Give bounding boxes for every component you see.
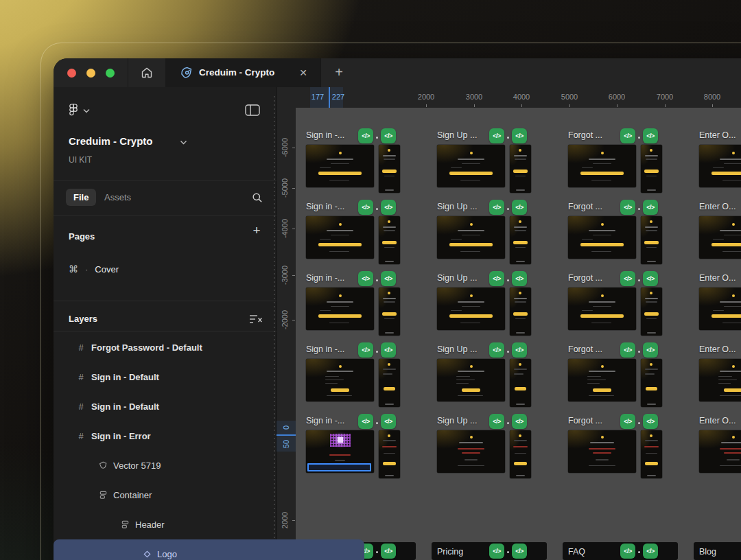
frame-mobile[interactable] — [641, 430, 662, 478]
frame-desktop[interactable] — [699, 288, 741, 330]
frame-title[interactable]: Sign Up ... — [437, 273, 477, 283]
frame-desktop[interactable] — [306, 145, 374, 187]
frame-desktop[interactable] — [568, 216, 636, 259]
frame-title[interactable]: Forgot ... — [568, 130, 602, 140]
frame-desktop[interactable] — [437, 288, 505, 330]
code-badge-icon[interactable]: </> — [512, 271, 527, 286]
layers-sort-icon[interactable] — [249, 314, 263, 325]
frame-mobile[interactable] — [379, 145, 400, 193]
frame-title[interactable]: Enter O... — [699, 202, 736, 211]
frame-title[interactable]: Enter O... — [699, 273, 736, 283]
frame-desktop[interactable] — [568, 359, 636, 401]
page-item-cover[interactable]: ⌘ · Cover — [69, 264, 119, 275]
frame-title[interactable]: Sign Up ... — [437, 130, 477, 140]
tab-file[interactable]: File — [66, 189, 96, 206]
code-badge-icon[interactable]: </> — [381, 200, 396, 215]
code-badge-icon[interactable]: </> — [620, 414, 635, 429]
document-title[interactable]: Creduim - Crypto — [69, 135, 153, 147]
frame-title[interactable]: Forgot ... — [568, 273, 602, 283]
frame-desktop[interactable] — [699, 430, 741, 473]
frame-title[interactable]: Forgot ... — [568, 416, 602, 425]
code-badge-icon[interactable]: </> — [489, 200, 504, 215]
code-badge-icon[interactable]: </> — [620, 271, 635, 286]
code-badge-icon[interactable]: </> — [512, 128, 527, 143]
code-badge-icon[interactable]: </> — [643, 200, 658, 215]
frame-mobile[interactable] — [510, 145, 531, 193]
code-badge-icon[interactable]: </> — [358, 128, 373, 143]
layer-row-forgot-password-default[interactable]: #Forgot Password - Default — [54, 333, 298, 362]
frame-title[interactable]: Enter O... — [699, 130, 736, 140]
code-badge-icon[interactable]: </> — [620, 128, 635, 143]
frame-desktop[interactable] — [306, 359, 374, 401]
frame-title[interactable]: Enter O... — [699, 416, 736, 425]
code-badge-icon[interactable]: </> — [358, 342, 373, 358]
frame-desktop[interactable] — [699, 145, 741, 187]
frame-mobile[interactable] — [641, 145, 662, 193]
frame-title[interactable]: Sign in -... — [306, 273, 344, 283]
frame-desktop[interactable] — [568, 145, 636, 187]
frame-mobile[interactable] — [510, 359, 531, 407]
traffic-light-close[interactable] — [67, 69, 76, 78]
frame-title[interactable]: Sign in -... — [306, 202, 344, 211]
code-badge-icon[interactable]: </> — [512, 200, 527, 215]
frame-title[interactable]: Blog — [699, 547, 716, 557]
frame-mobile[interactable] — [510, 288, 531, 336]
code-badge-icon[interactable]: </> — [381, 128, 396, 143]
tab-close-icon[interactable]: ✕ — [295, 58, 311, 87]
frame-mobile[interactable] — [379, 359, 400, 407]
chevron-down-icon[interactable] — [83, 108, 90, 113]
code-badge-icon[interactable]: </> — [643, 414, 658, 429]
code-badge-icon[interactable]: </> — [489, 544, 504, 559]
code-badge-icon[interactable]: </> — [620, 200, 635, 215]
code-badge-icon[interactable]: </> — [381, 271, 396, 286]
panel-toggle-icon[interactable] — [245, 104, 260, 116]
layer-row-vector-5719[interactable]: Vector 5719 — [54, 451, 320, 480]
frame-title[interactable]: Enter O... — [699, 345, 736, 354]
frame-desktop[interactable] — [306, 216, 374, 259]
frame-title[interactable]: FAQ — [568, 547, 585, 557]
code-badge-icon[interactable]: </> — [643, 128, 658, 143]
code-badge-icon[interactable]: </> — [620, 544, 635, 559]
frame-desktop[interactable] — [437, 359, 505, 401]
layer-row-sign-in-default[interactable]: #Sign in - Default — [54, 362, 298, 391]
frame-desktop[interactable] — [437, 216, 505, 259]
frame-mobile[interactable] — [379, 288, 400, 336]
layer-row-header[interactable]: Header — [54, 510, 342, 539]
search-icon[interactable] — [251, 191, 263, 204]
code-badge-icon[interactable]: </> — [620, 342, 635, 358]
tab-assets[interactable]: Assets — [104, 192, 131, 202]
frame-title[interactable]: Sign Up ... — [437, 416, 477, 425]
code-badge-icon[interactable]: </> — [489, 271, 504, 286]
code-badge-icon[interactable]: </> — [358, 200, 373, 215]
code-badge-icon[interactable]: </> — [489, 128, 504, 143]
code-badge-icon[interactable]: </> — [381, 342, 396, 358]
layer-row-sign-in-error[interactable]: #Sign in - Error — [54, 421, 298, 450]
frame-desktop[interactable] — [306, 288, 374, 330]
code-badge-icon[interactable]: </> — [381, 544, 396, 559]
frame-mobile[interactable] — [510, 216, 531, 264]
code-badge-icon[interactable]: </> — [489, 342, 504, 358]
frame-title[interactable]: Sign in -... — [306, 130, 344, 140]
frame-title[interactable]: Sign Up ... — [437, 202, 477, 211]
home-icon[interactable] — [140, 66, 154, 80]
code-badge-icon[interactable]: </> — [512, 414, 527, 429]
code-badge-icon[interactable]: </> — [643, 544, 658, 559]
layer-row-container[interactable]: Container — [54, 480, 320, 509]
frame-mobile[interactable] — [641, 288, 662, 336]
code-badge-icon[interactable]: </> — [489, 414, 504, 429]
layer-row-sign-in-default[interactable]: #Sign in - Default — [54, 392, 298, 421]
frame-mobile[interactable] — [641, 359, 662, 407]
frame-mobile[interactable] — [379, 216, 400, 264]
frame-title[interactable]: Forgot ... — [568, 202, 602, 211]
add-page-button[interactable]: + — [248, 222, 265, 239]
frame-desktop[interactable] — [437, 145, 505, 187]
chevron-down-icon[interactable] — [180, 140, 187, 145]
frame-title[interactable]: Sign in -... — [306, 416, 344, 425]
frame-title[interactable]: Forgot ... — [568, 345, 602, 354]
frame-mobile[interactable] — [379, 430, 400, 478]
frame-title[interactable]: Sign Up ... — [437, 345, 477, 354]
frame-desktop[interactable] — [437, 430, 505, 473]
frame-desktop[interactable] — [568, 288, 636, 330]
code-badge-icon[interactable]: </> — [643, 271, 658, 286]
new-tab-button[interactable]: + — [331, 58, 347, 86]
